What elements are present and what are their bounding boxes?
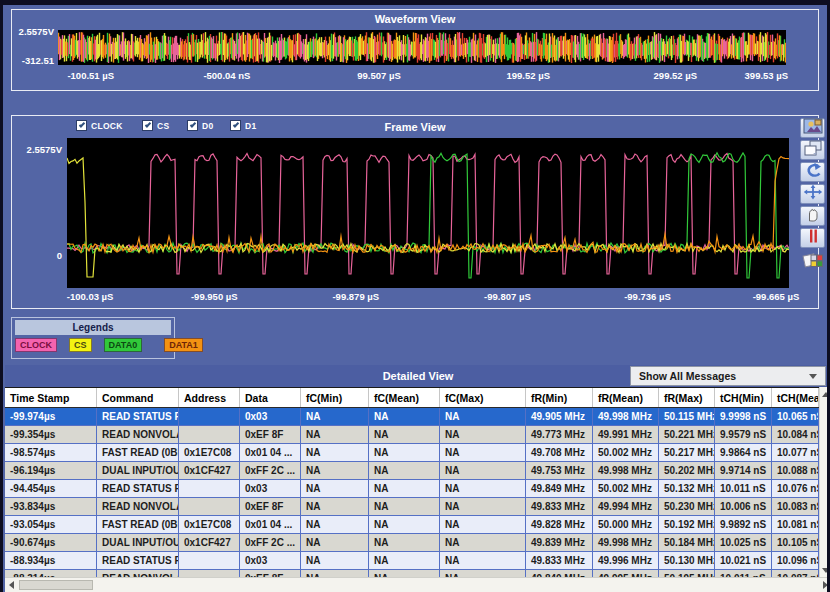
waveform-canvas xyxy=(58,30,786,65)
cell: DUAL INPUT/OU... xyxy=(97,534,179,551)
checkbox[interactable] xyxy=(187,120,198,131)
checkmark-icon xyxy=(145,121,151,127)
cell: -98.574µs xyxy=(5,444,97,461)
column-header[interactable]: fR(Max) xyxy=(659,388,715,407)
cell: NA xyxy=(369,534,440,551)
column-header[interactable]: Command xyxy=(97,388,179,407)
vertical-scrollbar[interactable] xyxy=(819,387,830,577)
cell: 0x03 xyxy=(240,480,301,497)
waveform-plot[interactable] xyxy=(58,30,786,65)
column-header[interactable]: fC(Max) xyxy=(440,388,526,407)
channel-checkbox-d1[interactable]: D1 xyxy=(230,120,256,131)
undo-button[interactable] xyxy=(800,162,825,182)
cell: 49.994 MHz xyxy=(593,498,659,515)
pan-arrows-button[interactable] xyxy=(800,184,825,204)
column-header[interactable]: fR(Min) xyxy=(526,388,593,407)
message-filter-dropdown[interactable]: Show All Messages xyxy=(630,366,826,386)
horizontal-scrollbar[interactable] xyxy=(5,577,830,591)
cell: READ NONVOLA... xyxy=(97,498,179,515)
channel-checkbox-d0[interactable]: D0 xyxy=(187,120,213,131)
cell: 49.998 MHz xyxy=(593,462,659,479)
x-tick-label: -99.950 µS xyxy=(191,291,238,302)
legend-items: CLOCKCSDATA0DATA1 xyxy=(12,335,174,352)
waveform-y-max-label: 2.5575V xyxy=(12,26,54,37)
scroll-right-button[interactable] xyxy=(820,580,830,590)
cell: 49.996 MHz xyxy=(593,552,659,569)
x-tick-label: -100.03 µS xyxy=(67,291,114,302)
setup-image-button[interactable] xyxy=(800,118,825,138)
cell: 0x1CF427 xyxy=(179,462,240,479)
channel-checkbox-cs[interactable]: CS xyxy=(142,120,169,131)
cell: 50.202 MHz xyxy=(659,462,715,479)
scroll-down-button[interactable] xyxy=(821,565,830,575)
cell: 50.221 MHz xyxy=(659,426,715,443)
cell xyxy=(179,408,240,425)
table-row[interactable]: -90.674µsDUAL INPUT/OU...0x1CF4270xFF 2C… xyxy=(5,534,819,552)
channel-label: D0 xyxy=(202,121,213,131)
cell: NA xyxy=(301,480,369,497)
column-header[interactable]: Time Stamp xyxy=(5,388,97,407)
table-header-row: Time StampCommandAddressDatafC(Min)fC(Me… xyxy=(5,387,819,408)
table-row[interactable]: -93.054µsFAST READ (0Bh)0x1E7C080x01 04 … xyxy=(5,516,819,534)
cell: NA xyxy=(369,480,440,497)
hand-button[interactable] xyxy=(800,206,825,226)
arrow-right-icon xyxy=(823,581,828,589)
cell: 10.081 nS xyxy=(772,516,819,533)
cell: 49.849 MHz xyxy=(526,480,593,497)
channel-label: D1 xyxy=(245,121,256,131)
cell: 10.088 nS xyxy=(772,462,819,479)
cell: 50.002 MHz xyxy=(593,444,659,461)
table-row[interactable]: -98.574µsFAST READ (0Bh)0x1E7C080x01 04 … xyxy=(5,444,819,462)
cell: NA xyxy=(440,516,526,533)
column-header[interactable]: Data xyxy=(240,388,301,407)
table-row[interactable]: -99.354µsREAD NONVOLA...0xEF 8FNANANA49.… xyxy=(5,426,819,444)
cell: 9.9998 nS xyxy=(715,408,772,425)
table-row[interactable]: -99.974µsREAD STATUS R...0x03NANANA49.90… xyxy=(5,408,819,426)
cell: NA xyxy=(301,516,369,533)
table-row[interactable]: -94.454µsREAD STATUS R...0x03NANANA49.84… xyxy=(5,480,819,498)
table-row[interactable]: -96.194µsDUAL INPUT/OU...0x1CF4270xFF 2C… xyxy=(5,462,819,480)
column-header[interactable]: fC(Min) xyxy=(301,388,369,407)
channel-checkbox-clock[interactable]: CLOCK xyxy=(76,120,123,131)
checkbox[interactable] xyxy=(142,120,153,131)
cell xyxy=(179,552,240,569)
cell: 9.9579 nS xyxy=(715,426,772,443)
column-header[interactable]: Address xyxy=(179,388,240,407)
cell: NA xyxy=(440,426,526,443)
table-row[interactable]: -88.934µsREAD STATUS R...0x03NANANA49.83… xyxy=(5,552,819,570)
cell: 10.011 nS xyxy=(715,480,772,497)
checkbox[interactable] xyxy=(230,120,241,131)
legend-chip-data0: DATA0 xyxy=(104,338,143,352)
arrow-up-icon xyxy=(822,392,830,397)
cell: -96.194µs xyxy=(5,462,97,479)
cell: DUAL INPUT/OU... xyxy=(97,462,179,479)
column-header[interactable]: fR(Mean) xyxy=(593,388,659,407)
cursors-button[interactable] xyxy=(800,228,825,248)
cell: 0x01 04 ... xyxy=(240,444,301,461)
scroll-left-button[interactable] xyxy=(6,580,16,590)
cell: -88.934µs xyxy=(5,552,97,569)
cell: 49.905 MHz xyxy=(526,408,593,425)
overlap-windows-button[interactable] xyxy=(800,140,825,160)
x-tick-label: -500.04 nS xyxy=(203,70,250,81)
horizontal-scroll-thumb[interactable] xyxy=(19,580,93,590)
overlap-windows-icon xyxy=(803,140,823,160)
cursors-icon xyxy=(803,228,823,248)
scroll-up-button[interactable] xyxy=(821,389,830,399)
application-window: Waveform View 2.5575V -312.51 -100.51 µS… xyxy=(0,0,830,592)
cell: NA xyxy=(301,408,369,425)
cell: 0x03 xyxy=(240,552,301,569)
cell: 49.773 MHz xyxy=(526,426,593,443)
cell: READ STATUS R... xyxy=(97,480,179,497)
column-header[interactable]: tCH(Min) xyxy=(715,388,772,407)
checkbox[interactable] xyxy=(76,120,87,131)
table-row[interactable]: -93.834µsREAD NONVOLA...0xEF 8FNANANA49.… xyxy=(5,498,819,516)
frame-plot[interactable] xyxy=(67,138,789,288)
chevron-down-icon xyxy=(809,374,817,379)
column-header[interactable]: fC(Mean) xyxy=(369,388,440,407)
palette-button[interactable] xyxy=(800,252,825,274)
waveform-y-min-label: -312.51 xyxy=(12,55,54,66)
cell: 50.184 MHz xyxy=(659,534,715,551)
cell: NA xyxy=(440,408,526,425)
column-header[interactable]: tCH(Mean) xyxy=(772,388,819,407)
